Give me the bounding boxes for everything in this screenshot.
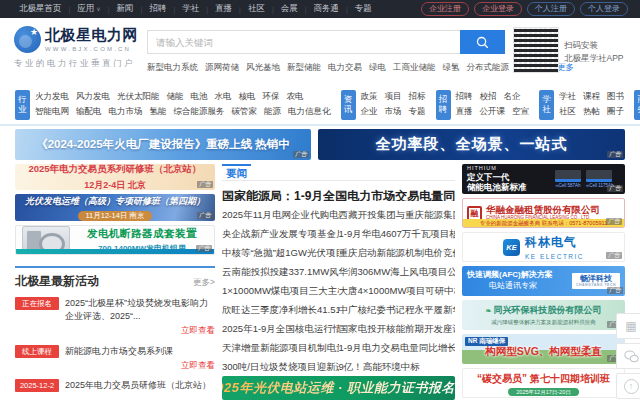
news-item[interactable]: 西藏开投集团与重庆能源集团签约 <box>339 205 456 224</box>
qr-float-button[interactable]: ▦ <box>616 313 640 339</box>
nav-link[interactable]: 氢能 <box>150 106 167 118</box>
tongxing-env-ad[interactable]: 同兴环保科技股份有限公司 减污降碳整体解决方案及新能源材料供应商 广告 <box>462 300 625 330</box>
auth-button[interactable]: 个人登录 <box>580 2 628 16</box>
pv-certificate-banner[interactable]: 2025年光伏电站运维 · 职业能力证书报名中 <box>222 376 455 400</box>
nav-link[interactable]: 市场 <box>385 106 402 118</box>
site-logo[interactable]: ★ 北极星电力网 WWW.BJX.COM.CN 专业的电力行业垂直门户 <box>14 26 139 70</box>
nav-link[interactable]: 专题 <box>409 106 426 118</box>
topbar-link[interactable]: 直播 <box>208 3 239 15</box>
news-item[interactable]: 中核等“急抛”超1GW光伏项目 <box>222 243 339 262</box>
nav-link[interactable]: 电池 <box>191 91 208 103</box>
thermal-report-banner[interactable]: 《2024-2025年火电厂建设报告》重磅上线 热销中 广告 <box>15 129 311 160</box>
activity-item[interactable]: 线上课程新能源电力市场交易系列课立即查看 <box>15 345 215 371</box>
nav-link[interactable]: 图书 <box>607 91 624 103</box>
news-item[interactable]: 1×1000MW煤电项目三大主机招标 <box>222 281 339 300</box>
nav-link[interactable]: 环保 <box>263 91 280 103</box>
hot-link[interactable]: 工商业储能 <box>393 62 436 74</box>
hot-link[interactable]: 分布式能源 <box>467 62 510 74</box>
nav-link[interactable]: 社区 <box>559 106 576 118</box>
topbar-link[interactable]: 新闻 <box>110 3 141 15</box>
activity-item[interactable]: 2025-12-22025年电力交易员研修班（北京站） <box>15 379 215 392</box>
hot-link[interactable]: 源网荷储 <box>205 62 239 74</box>
news-item[interactable]: 华润306MW海上风电项目公示 <box>339 262 456 281</box>
top-headline[interactable]: 国家能源局：1-9月全国电力市场交易电量同比增长7.2% <box>222 188 455 201</box>
nav-link[interactable]: 碳管家 <box>232 106 258 118</box>
nav-link[interactable]: 招标 <box>409 91 426 103</box>
activity-action-link[interactable]: 立即查看 <box>65 359 215 371</box>
nav-link[interactable]: 项目 <box>385 91 402 103</box>
nav-link[interactable]: 输配电 <box>76 106 102 118</box>
news-item[interactable]: 2025年11月电网企业代购电价格 <box>222 205 339 224</box>
hot-link[interactable]: 风光基地 <box>246 62 280 74</box>
nav-link[interactable]: 电力市场 <box>109 106 143 118</box>
topbar-link[interactable]: 社区 <box>241 3 272 15</box>
nav-link[interactable]: 圈子 <box>607 106 624 118</box>
nav-link[interactable]: 名企 <box>504 91 521 103</box>
hithium-battery-ad[interactable]: HITHIUM 定义下一代 储能电池新标准 ∞Cell 587Ah ∞Cell … <box>462 164 625 194</box>
nav-link[interactable]: 政策 <box>361 91 378 103</box>
activity-more-link[interactable]: 更多> <box>193 277 215 289</box>
nav-link[interactable]: 能源 <box>264 106 281 118</box>
hot-link[interactable]: 新型储能 <box>287 62 321 74</box>
nav-link[interactable]: 招聘 <box>456 91 473 103</box>
nav-link[interactable]: 课程 <box>583 91 600 103</box>
nav-link[interactable]: 火力发电 <box>35 91 69 103</box>
full-power-banner[interactable]: 全功率段、全场景、一站式 广告 <box>318 129 625 160</box>
generator-breaker-ad[interactable]: 发电机断路器成套装置 700-1400MW发电机组用 广告 <box>15 225 215 255</box>
nav-link[interactable]: 风力发电 <box>76 91 110 103</box>
nav-link[interactable]: 校招 <box>480 91 497 103</box>
auth-button[interactable]: 企业注册 <box>421 2 469 16</box>
news-item[interactable]: 中广核纪委书记程永平履新华润 <box>339 300 456 319</box>
news-item[interactable]: 1-9月电力交易电量同比增长7.2% <box>339 338 456 357</box>
news-item[interactable]: 重庆启动新能源机制电价竞价 <box>339 243 456 262</box>
news-item[interactable]: 央企战新产业发展专项基金启动 <box>222 224 339 243</box>
nav-link[interactable]: 水电 <box>215 91 232 103</box>
hot-link[interactable]: 新型电力系统 <box>147 62 198 74</box>
news-item[interactable]: 大唐4×1000MW项目可研中标 <box>339 281 456 300</box>
auth-button[interactable]: 企业登录 <box>474 2 522 16</box>
activity-action-link[interactable]: 立即查看 <box>65 324 215 336</box>
hot-link[interactable]: 电力交易 <box>328 62 362 74</box>
back-to-top-button[interactable]: ↑ <box>616 373 640 399</box>
news-item[interactable]: 1-9月华电4607万千瓦项目核准 <box>339 224 456 243</box>
auth-button[interactable]: 个人注册 <box>527 2 575 16</box>
pv-om-training-ad[interactable]: 光伏发电运维（高级）专项研修班（第四期） 11月12-14日 南京 广告 <box>15 194 215 220</box>
hot-link[interactable]: 绿电 <box>369 62 386 74</box>
nr-electric-ad[interactable]: NR 南瑞继保 构网型SVG、构网型柔直 广告 <box>462 334 625 364</box>
topbar-link[interactable]: 招聘 <box>142 3 173 15</box>
nav-link[interactable]: 空宣 <box>512 106 529 118</box>
topbar-link[interactable]: 应用∨ <box>70 3 107 15</box>
trader-training-ad[interactable]: 2025年电力交易员系列研修班（北京站） 12月2-4日 北京 广告 <box>15 164 215 190</box>
carbon-trader-training-ad[interactable]: “碳交易员” 第七十四期培训班 2025年12月17日-20日 <box>462 368 625 398</box>
search-button[interactable] <box>460 30 505 54</box>
topbar-link[interactable]: 专题 <box>348 3 379 15</box>
wechat-float-button[interactable] <box>616 343 640 369</box>
topbar-link[interactable]: 北极星首页 <box>12 3 69 15</box>
news-item[interactable]: 300吨/日垃圾焚烧项目迎新进展 <box>222 357 339 376</box>
nav-link[interactable]: 核电 <box>239 91 256 103</box>
activity-item[interactable]: 正在报名2025“北极星杯”垃圾焚烧发电影响力企业评选、2025“...立即查看 <box>15 297 215 336</box>
nav-link[interactable]: 智能电网 <box>35 106 69 118</box>
nav-link[interactable]: 企业 <box>361 106 378 118</box>
news-item[interactable]: 欣旺达三季度净利增长41.51% <box>222 300 339 319</box>
topbar-link[interactable]: 会展 <box>274 3 305 15</box>
nav-link[interactable]: 光伏太阳能 <box>117 91 160 103</box>
search-input[interactable] <box>147 30 460 54</box>
news-item[interactable]: 云南能投拟投建337.1MW风电项目 <box>222 262 339 281</box>
ke-electric-ad[interactable]: KE 科林电气 KE ELECTRIC 广告 <box>462 232 625 262</box>
topbar-link[interactable]: 学社 <box>175 3 206 15</box>
tab-headlines[interactable]: 要闻 <box>222 164 251 180</box>
news-item[interactable]: 9亿！高能环境中标 <box>339 357 456 376</box>
news-item[interactable]: 天津增量新能源项目机制电量竞价 <box>222 338 339 357</box>
nav-link[interactable]: 储能 <box>167 91 184 103</box>
news-item[interactable]: 2025年1-9月全国核电运行情况 <box>222 319 339 338</box>
topbar-link[interactable]: 商务通 <box>307 3 347 15</box>
nav-link[interactable]: 综合能源服务 <box>174 106 225 118</box>
hot-link[interactable]: 绿氢 <box>443 62 460 74</box>
nav-link[interactable]: 农电 <box>287 91 304 103</box>
nav-link[interactable]: 公开课 <box>480 106 506 118</box>
nav-link[interactable]: 电力信息化 <box>288 106 331 118</box>
news-item[interactable]: 国家电投开核能前期开发座谈会 <box>339 319 456 338</box>
changyang-afc-ad[interactable]: 快速调频(AFC)解决方案 电站通讯专家 畅洋科技CHANGYANG TECH … <box>462 266 625 296</box>
nav-link[interactable]: 热帖 <box>583 106 600 118</box>
